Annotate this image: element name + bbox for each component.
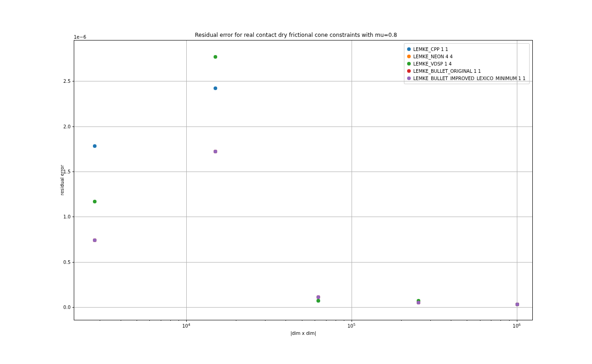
x-tick [352,320,352,322]
x-minor-tick [149,320,150,321]
y-tick [72,172,74,172]
legend-marker-icon [407,47,411,51]
legend-label: LEMKE_BULLET_IMPROVED_LEXICO_MINIMUM 1 1 [413,76,526,81]
x-gridline [517,40,517,320]
data-point [316,295,320,299]
data-point [214,55,217,59]
y-gridline [74,172,532,172]
x-minor-tick [491,320,491,321]
x-gridline [186,40,187,320]
figure-root: Residual error for real contact dry fric… [0,0,592,364]
data-point [316,299,320,303]
y-tick-label: 0.5 [63,259,71,264]
data-point [214,86,217,90]
x-minor-tick [286,320,286,321]
x-axis-label: |dim x dim| [74,331,532,336]
x-minor-tick [451,320,451,321]
x-minor-tick [480,320,480,321]
data-point [93,144,97,148]
data-point [515,303,519,306]
x-minor-tick [509,320,510,321]
x-minor-tick [336,320,336,321]
y-gridline [74,81,532,81]
x-tick-label: 105 [347,323,356,329]
legend-entry: LEMKE_NEON 4 4 [407,53,526,60]
legend-marker-icon [407,62,411,66]
x-minor-tick [265,320,265,321]
y-tick [72,262,74,263]
x-tick [186,320,187,322]
x-minor-tick [170,320,171,321]
y-tick-label: 1.5 [63,169,71,174]
legend-label: LEMKE_CPP 1 1 [413,47,449,52]
x-tick-label: 106 [513,323,521,329]
y-gridline [74,126,532,127]
x-minor-tick [302,320,302,321]
x-minor-tick [236,320,236,321]
y-tick-label: 2.0 [63,124,71,129]
legend-marker-icon [407,55,411,58]
x-minor-tick [315,320,315,321]
x-minor-tick [500,320,501,321]
x-minor-tick [137,320,137,321]
y-tick [72,126,74,127]
axes-area: residual error |dim x dim| LEMKE_CPP 1 1… [74,40,533,320]
legend-label: LEMKE_NEON 4 4 [413,54,453,59]
chart-title: Residual error for real contact dry fric… [0,32,592,38]
y-gridline [74,262,532,263]
x-minor-tick [401,320,402,321]
y-tick-label: 0.0 [63,305,71,310]
x-tick [517,320,517,322]
legend-entry: LEMKE_BULLET_ORIGINAL 1 1 [407,67,526,75]
y-tick [72,217,74,217]
legend-label: LEMKE_BULLET_ORIGINAL 1 1 [413,69,481,74]
x-minor-tick [179,320,179,321]
y-gridline [74,217,532,217]
y-tick-label: 2.5 [63,79,71,84]
x-minor-tick [121,320,121,321]
data-point [214,150,217,153]
x-minor-tick [344,320,344,321]
x-minor-tick [100,320,100,321]
y-gridline [74,307,532,308]
y-tick [72,81,74,81]
y-axis-offset-text: 1e−6 [74,35,86,40]
x-minor-tick [161,320,161,321]
legend-marker-icon [407,76,411,80]
legend-label: LEMKE_VDSP 1 4 [413,61,452,66]
data-point [93,238,97,242]
legend-entry: LEMKE_CPP 1 1 [407,46,526,53]
legend-entry: LEMKE_VDSP 1 4 [407,60,526,67]
legend: LEMKE_CPP 1 1LEMKE_NEON 4 4LEMKE_VDSP 1 … [404,43,530,84]
x-tick-label: 104 [182,323,190,329]
x-minor-tick [326,320,327,321]
x-gridline [352,40,352,320]
x-minor-tick [430,320,431,321]
y-tick-label: 1.0 [63,214,71,219]
data-point [93,200,97,203]
legend-marker-icon [407,69,411,73]
x-minor-tick [467,320,467,321]
y-tick [72,307,74,308]
data-point [417,301,420,304]
